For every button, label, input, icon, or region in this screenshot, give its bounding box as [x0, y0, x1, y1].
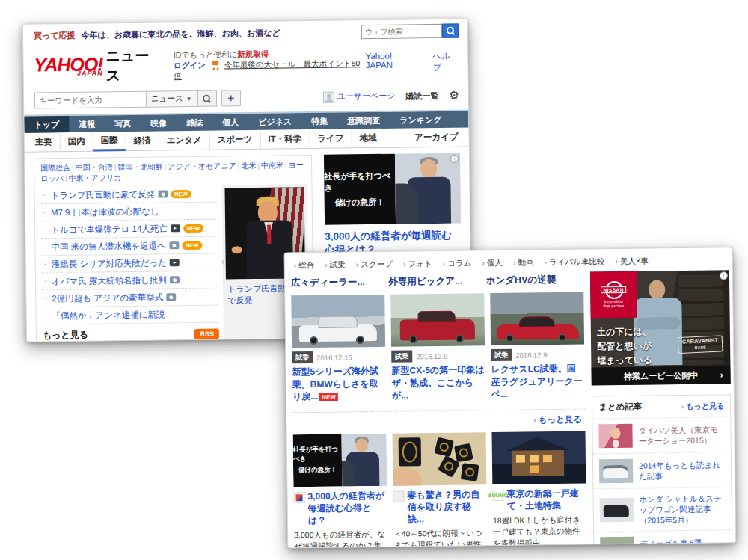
matome-link[interactable]: 2014年もっとも読まれた記事 [639, 459, 725, 481]
category-link[interactable]: 韓国・北朝鮮 [117, 162, 162, 171]
bmw-5series-photo[interactable] [291, 295, 385, 348]
ad-info-icon[interactable]: i [450, 155, 459, 163]
search-scope-select[interactable]: ニュース ▼ [147, 90, 197, 108]
nav-scoop[interactable]: スクープ [356, 259, 393, 271]
tab-flash[interactable]: 速報 [69, 115, 105, 132]
headline-link[interactable]: 中国 米の無人潜水機を返還へ [51, 240, 166, 253]
nissan-display-ad[interactable]: NISSAN innovationthat excites 土の下には、 配管と… [590, 270, 731, 385]
nav-bijin[interactable]: 美人×車 [615, 256, 648, 268]
more-link[interactable]: もっと見る [43, 329, 88, 342]
rss-button[interactable]: RSS [194, 328, 219, 339]
user-page-label: ユーザーページ [337, 91, 395, 101]
headline-link[interactable]: 潘総長 シリア対応失敗だった [52, 257, 167, 270]
category-link[interactable]: 国際総合 [40, 164, 70, 172]
promo-text[interactable]: 買って応援今年は、お歳暮に東北の品を。海鮮、お肉、お酒など [34, 28, 280, 42]
tab-personal[interactable]: 個人 [212, 114, 248, 131]
article-title-link[interactable]: ホンダHVの逆襲 [486, 274, 578, 287]
headline-link[interactable]: 「偶然か」アンネ逮捕に新説 [52, 309, 165, 321]
tab-magazine[interactable]: 雑誌 [177, 114, 212, 132]
subnav-region[interactable]: 地域 [351, 128, 384, 148]
ad-title-link[interactable]: 東京の新築一戸建て・土地特集 [506, 487, 586, 511]
help-link[interactable]: ヘルプ [432, 51, 459, 73]
subnav-sports[interactable]: スポーツ [209, 129, 260, 150]
tab-ranking[interactable]: ランキング [390, 111, 452, 129]
yahoo-logo[interactable]: YAHOO! JAPAN [34, 56, 102, 77]
nav-sougou[interactable]: 総合 [294, 260, 315, 271]
matome-thumbnail[interactable] [600, 498, 634, 523]
login-link[interactable]: ログイン [174, 61, 206, 70]
tab-top[interactable]: トップ [24, 116, 69, 133]
supplement-ad-image[interactable] [393, 432, 487, 486]
tab-business[interactable]: ビジネス [248, 113, 301, 130]
headline-link[interactable]: 2億円超も アジアの豪華挙式 [52, 292, 163, 304]
nav-personal[interactable]: 個人 [482, 258, 503, 268]
promo-label[interactable]: 買って応援 [34, 31, 76, 40]
article-title-link[interactable]: レクサスLC試乗。国産ラグジュアリークーペ... [491, 363, 585, 401]
headline-link[interactable]: トランプ氏言動に豪で反発 [50, 188, 155, 201]
carousel-prev-icon[interactable]: ‹ [221, 255, 225, 267]
article-title-link[interactable]: 新型5シリーズ海外試乗。BMWらしさを取り戻...NEW [292, 365, 386, 404]
yahoo-japan-link[interactable]: Yahoo! JAPAN [365, 51, 420, 74]
web-search-button[interactable] [442, 24, 459, 38]
tab-survey[interactable]: 意識調査 [337, 112, 390, 129]
lexus-lc-photo[interactable] [490, 292, 584, 346]
test-drive-badge: 試乗 [491, 349, 512, 361]
article-title-link[interactable]: 外専用ピックア... [388, 274, 480, 288]
subnav-domestic[interactable]: 国内 [60, 132, 93, 152]
subnav-economy[interactable]: 経済 [126, 131, 159, 151]
category-link[interactable]: アジア・オセアニア [168, 161, 236, 170]
news-search-button[interactable] [197, 90, 217, 107]
gear-icon[interactable]: ⚙ [449, 89, 459, 102]
category-link[interactable]: 北米 [241, 161, 256, 170]
matome-more-link[interactable]: もっと見る [686, 401, 724, 410]
house-ad-image[interactable] [491, 431, 586, 484]
user-page-link[interactable]: ユーザーページ [323, 90, 395, 103]
subnav-entertainment[interactable]: エンタメ [159, 130, 209, 150]
matome-link[interactable]: ダイハツ美人（東京モーターショー2015） [638, 424, 724, 446]
ad-title-link[interactable]: 3,000人の経営者が毎週読む心得とは？ [307, 489, 387, 526]
add-tab-button[interactable]: ＋ [221, 90, 241, 106]
headline-link[interactable]: M7.9 日本は津波の心配なし [51, 206, 159, 218]
subnav-it-science[interactable]: IT・科学 [260, 129, 309, 150]
category-link[interactable]: 中南米 [261, 161, 283, 169]
ceo-ad-image[interactable]: 社長が手を打つべき 儲けの急所！ i [324, 153, 461, 225]
archive-link[interactable]: アーカイブ [414, 132, 459, 144]
signup-link[interactable]: 新規取得 [237, 49, 269, 59]
matome-link[interactable]: ディーゼル車 6選（2015年9月） [640, 537, 726, 548]
ad-info-icon[interactable]: i [720, 271, 728, 280]
matome-thumbnail[interactable] [598, 424, 632, 449]
nav-column[interactable]: コラム [443, 258, 472, 268]
matome-thumbnail[interactable] [600, 537, 634, 549]
more-link[interactable]: もっと見る [539, 414, 583, 424]
tab-video[interactable]: 映像 [141, 114, 177, 132]
nav-photo[interactable]: フォト [403, 259, 432, 269]
subnav-international[interactable]: 国際 [93, 132, 126, 152]
keyword-search-input[interactable] [34, 91, 147, 109]
matome-section: まとめ記事 もっと見る ダイハツ美人（東京モーターショー2015） 2014年も… [592, 394, 733, 548]
ceo-ad-image[interactable]: 社長が手を打つべき 儲けの急所！ [293, 433, 387, 487]
article-title-link[interactable]: 新型CX-5の第一印象はザ・熟成。ここからが... [391, 363, 485, 401]
headline-link[interactable]: オバマ氏 露大統領名指し批判 [52, 274, 167, 287]
article-date: 2016.12.15 [316, 353, 352, 362]
subnav-life[interactable]: ライフ [309, 129, 352, 149]
category-link[interactable]: 中東・アフリカ [69, 173, 122, 182]
subscriptions-link[interactable]: 購読一覧 [405, 90, 438, 102]
article-title-link[interactable]: 広々ディーラー... [291, 276, 383, 289]
matome-link[interactable]: ホンダ シャトル＆ステップワゴン関連記事（2015年5月） [640, 493, 726, 525]
nav-movie[interactable]: 動画 [513, 257, 534, 268]
category-link[interactable]: 中国・台湾 [76, 163, 113, 172]
mazda-cx5-photo[interactable] [390, 293, 485, 347]
promo-message[interactable]: 今年は、お歳暮に東北の品を。海鮮、お肉、お酒など [81, 28, 280, 40]
headline-item: 「偶然か」アンネ逮捕に新説 [42, 306, 218, 325]
headline-link[interactable]: トルコで車爆弾テロ 14人死亡 [51, 223, 168, 236]
nissan-ad-cta[interactable]: 神業ムービー公開中 › [591, 366, 730, 385]
subnav-main[interactable]: 主要 [35, 132, 60, 152]
nav-rival[interactable]: ライバル車比較 [544, 256, 604, 268]
tab-feature[interactable]: 特集 [301, 113, 337, 130]
tab-photo[interactable]: 写真 [105, 115, 141, 132]
test-drive-articles: 試乗 2016.12.15 新型5シリーズ海外試乗。BMWらしさを取り戻...N… [291, 292, 585, 404]
nav-shijou[interactable]: 試乗 [325, 259, 346, 270]
ad-title-link[interactable]: 妻も驚き？男の自信を取り戻す秘訣... [407, 488, 487, 525]
matome-thumbnail[interactable] [599, 459, 633, 484]
web-search-input[interactable] [361, 24, 442, 39]
